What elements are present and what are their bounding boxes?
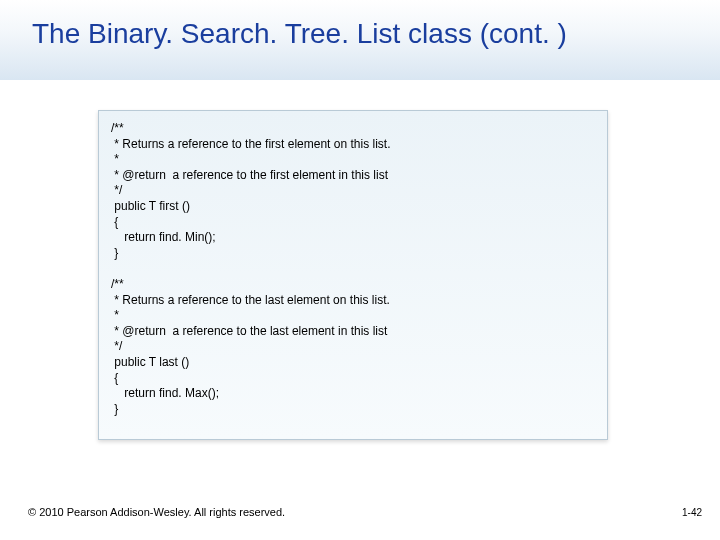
copyright-footer: © 2010 Pearson Addison-Wesley. All right… [28,506,285,518]
slide-title: The Binary. Search. Tree. List class (co… [32,18,567,50]
code-content: /** * Returns a reference to the first e… [111,121,595,417]
page-number: 1-42 [682,507,702,518]
slide: The Binary. Search. Tree. List class (co… [0,0,720,540]
code-box: /** * Returns a reference to the first e… [98,110,608,440]
